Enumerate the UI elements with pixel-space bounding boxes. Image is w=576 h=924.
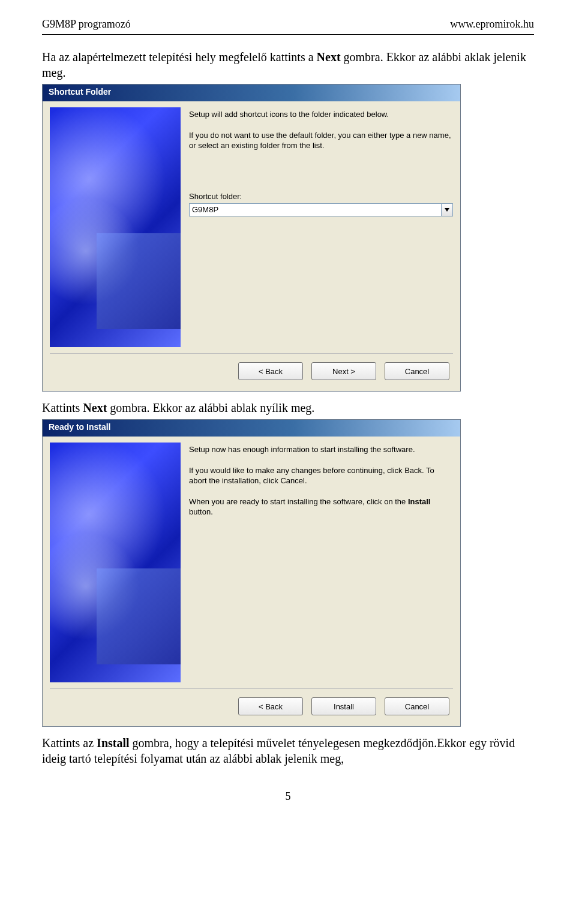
dialog1-side-image <box>50 107 181 347</box>
dialog2-text2: If you would like to make any changes be… <box>189 466 453 486</box>
header-rule <box>42 34 534 35</box>
back-button2-label: < Back <box>259 702 283 711</box>
combo-drop-button[interactable] <box>441 203 453 216</box>
dialog1-title: Shortcut Folder <box>49 87 111 97</box>
dialog-ready-to-install: Ready to Install Setup now has enough in… <box>42 419 461 727</box>
para2-pre: Kattints <box>42 401 83 414</box>
back-button-label: < Back <box>259 367 283 376</box>
cancel-button-label: Cancel <box>405 367 429 376</box>
shortcut-folder-input[interactable] <box>189 203 441 216</box>
next-button[interactable]: Next > <box>311 362 376 380</box>
dialog2-text3-bold: Install <box>408 497 431 506</box>
dialog1-text1: Setup will add shortcut icons to the fol… <box>189 110 453 120</box>
para1-bold: Next <box>317 50 341 64</box>
para1-pre: Ha az alapértelmezett telepítési hely me… <box>42 50 317 64</box>
header-right: www.epromirok.hu <box>450 18 534 31</box>
paragraph-1: Ha az alapértelmezett telepítési hely me… <box>42 49 534 80</box>
dialog2-title: Ready to Install <box>49 422 110 432</box>
dialog2-text3: When you are ready to start installing t… <box>189 497 453 517</box>
chevron-down-icon <box>445 208 449 212</box>
para3-pre: Kattints az <box>42 736 97 750</box>
install-button-label: Install <box>334 702 354 711</box>
back-button-2[interactable]: < Back <box>238 697 303 715</box>
page-header: G9M8P programozó www.epromirok.hu <box>42 18 534 31</box>
cancel-button[interactable]: Cancel <box>385 362 449 380</box>
paragraph-3: Kattints az Install gombra, hogy a telep… <box>42 735 534 766</box>
dialog2-text1: Setup now has enough information to star… <box>189 445 453 455</box>
shortcut-folder-label: Shortcut folder: <box>189 192 453 201</box>
para3-bold: Install <box>97 736 129 750</box>
paragraph-2: Kattints Next gombra. Ekkor az alábbi ab… <box>42 400 534 416</box>
cancel-button-2[interactable]: Cancel <box>385 697 449 715</box>
header-left: G9M8P programozó <box>42 18 131 31</box>
para2-post: gombra. Ekkor az alábbi ablak nyílik meg… <box>107 401 314 414</box>
page-number: 5 <box>42 790 534 803</box>
next-button-label: Next > <box>332 367 355 376</box>
dialog2-text3-pre: When you are ready to start installing t… <box>189 497 408 506</box>
back-button[interactable]: < Back <box>238 362 303 380</box>
shortcut-folder-combo[interactable] <box>189 203 453 216</box>
dialog-shortcut-folder: Shortcut Folder Setup will add shortcut … <box>42 84 461 392</box>
cancel-button2-label: Cancel <box>405 702 429 711</box>
para2-bold: Next <box>83 401 107 414</box>
dialog2-titlebar: Ready to Install <box>43 420 460 437</box>
dialog1-titlebar: Shortcut Folder <box>43 85 460 101</box>
dialog2-text3-post: button. <box>189 507 213 516</box>
dialog2-side-image <box>50 443 181 682</box>
install-button[interactable]: Install <box>311 697 376 715</box>
dialog1-text2: If you do not want to use the default fo… <box>189 131 453 151</box>
